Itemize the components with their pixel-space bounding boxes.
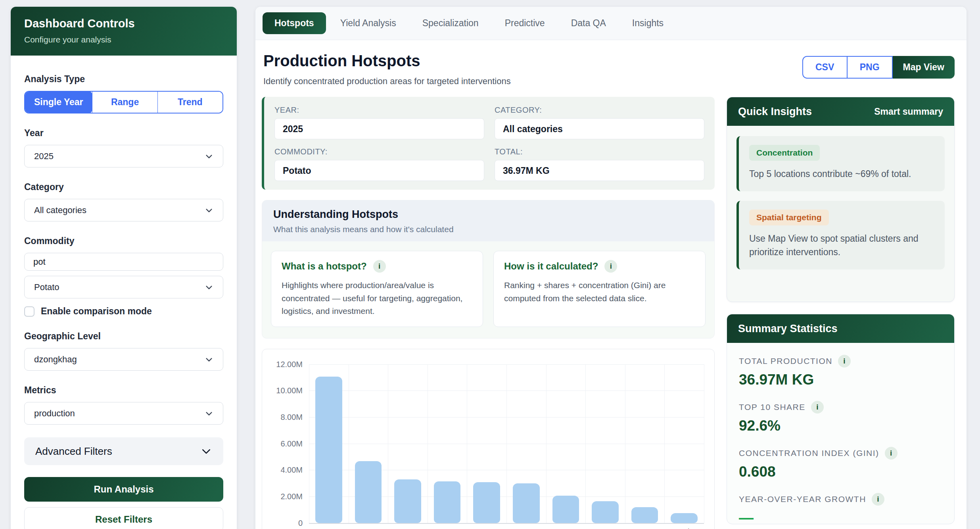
insight-tag: Concentration: [749, 145, 820, 161]
comparison-checkbox[interactable]: [24, 306, 35, 317]
export-png-button[interactable]: PNG: [848, 56, 893, 79]
metrics-select-value: production: [34, 408, 75, 419]
gridline-vertical: [585, 364, 586, 523]
info-icon[interactable]: i: [838, 355, 851, 367]
analysis-type-label: Analysis Type: [24, 74, 223, 85]
chevron-down-icon: [205, 409, 213, 418]
metrics-label: Metrics: [24, 385, 223, 396]
comparison-checkbox-label: Enable comparison mode: [41, 306, 152, 317]
tab-data-qa[interactable]: Data QA: [559, 12, 618, 34]
y-tick-label: 2.00M: [280, 492, 303, 501]
stat-label: TOTAL PRODUCTION: [739, 356, 832, 366]
info-icon[interactable]: i: [885, 447, 898, 460]
sidebar-header: Dashboard Controls Configure your analys…: [11, 7, 237, 56]
quick-insights-panel: Quick Insights Smart summary Concentrati…: [727, 97, 955, 302]
year-select[interactable]: 2025: [24, 145, 223, 167]
bar-Mongar[interactable]: [473, 482, 500, 523]
year-label: Year: [24, 128, 223, 139]
bar-Pemagatshel[interactable]: [671, 513, 698, 523]
filter-field-total: TOTAL: 36.97M KG: [495, 147, 704, 181]
sidebar-body: Analysis Type Single Year Range Trend Ye…: [11, 56, 237, 529]
filter-field-label: COMMODITY:: [274, 147, 484, 156]
summary-statistics-body: TOTAL PRODUCTION i 36.97M KG TOP 10 SHAR…: [727, 343, 954, 524]
geographic-level-select[interactable]: dzongkhag: [24, 348, 223, 371]
info-icon[interactable]: i: [872, 493, 884, 506]
filter-summary-panel: YEAR: 2025 CATEGORY: All categories COMM…: [262, 97, 715, 190]
export-csv-button[interactable]: CSV: [802, 56, 848, 79]
sidebar-title: Dashboard Controls: [24, 17, 223, 30]
quick-insights-header: Quick Insights Smart summary: [727, 97, 954, 126]
advanced-filters-toggle[interactable]: Advanced Filters: [24, 437, 223, 465]
tab-yield-analysis[interactable]: Yield Analysis: [328, 12, 408, 34]
how-calculated-card: How is it calculated? i Ranking + shares…: [493, 251, 706, 327]
tab-predictive[interactable]: Predictive: [493, 12, 557, 34]
understanding-title: Understanding Hotspots: [273, 208, 703, 221]
understanding-hotspots-section: Understanding Hotspots What this analysi…: [262, 200, 715, 339]
gridline-vertical: [349, 364, 349, 523]
stat-gini-index: CONCENTRATION INDEX (GINI) i 0.608: [739, 447, 942, 480]
bar-Thimphu[interactable]: [592, 501, 619, 523]
gridline-vertical: [388, 364, 388, 523]
analysis-type-single-year[interactable]: Single Year: [25, 91, 92, 113]
tab-insights[interactable]: Insights: [620, 12, 675, 34]
bar-Paro[interactable]: [513, 483, 540, 523]
card-body: Highlights where production/area/value i…: [282, 279, 472, 318]
export-button-group: CSV PNG Map View: [802, 56, 955, 79]
map-view-button[interactable]: Map View: [893, 56, 955, 79]
analysis-type-trend[interactable]: Trend: [157, 92, 222, 113]
tab-bar: Hotspots Yield Analysis Specialization P…: [255, 7, 967, 40]
summary-statistics-title: Summary Statistics: [738, 323, 838, 335]
gridline-vertical: [704, 364, 704, 523]
filter-field-label: CATEGORY:: [495, 106, 704, 115]
chart-x-axis: Wangdue PhodrangTashigangChhukhaBumthang…: [309, 523, 704, 529]
quick-insights-title: Quick Insights: [738, 106, 812, 118]
reset-filters-button[interactable]: Reset Filters: [24, 507, 223, 529]
summary-statistics-panel: Summary Statistics TOTAL PRODUCTION i 36…: [727, 314, 955, 524]
main-content: Production Hotspots Identify concentrate…: [255, 40, 967, 529]
gridline-vertical: [625, 364, 625, 523]
insight-spatial-targeting: Spatial targeting Use Map View to spot s…: [736, 201, 945, 269]
stat-value: 0.608: [739, 464, 942, 480]
metrics-select[interactable]: production: [24, 402, 223, 425]
analysis-type-toggle: Single Year Range Trend: [24, 91, 223, 113]
bar-Chhukha[interactable]: [394, 479, 421, 523]
info-icon[interactable]: i: [604, 260, 617, 273]
analysis-type-range[interactable]: Range: [92, 92, 157, 113]
category-label: Category: [24, 182, 223, 192]
filter-field-category: CATEGORY: All categories: [495, 106, 704, 139]
commodity-search-input[interactable]: [24, 253, 223, 271]
stat-label: YEAR-OVER-YEAR GROWTH: [739, 494, 866, 504]
sidebar-subtitle: Configure your analysis: [24, 35, 223, 44]
dashboard-controls-sidebar: Dashboard Controls Configure your analys…: [10, 6, 237, 529]
tab-specialization[interactable]: Specialization: [410, 12, 491, 34]
info-icon[interactable]: i: [811, 401, 824, 414]
bar-Tashi Yangtse[interactable]: [552, 496, 579, 523]
run-analysis-button[interactable]: Run Analysis: [24, 477, 223, 502]
stat-yoy-growth: YEAR-OVER-YEAR GROWTH i —: [739, 493, 942, 524]
summary-statistics-header: Summary Statistics: [727, 314, 954, 343]
understanding-subtitle: What this analysis means and how it's ca…: [273, 225, 703, 234]
insight-text: Use Map View to spot spatial clusters an…: [749, 232, 934, 259]
bar-Bumthang[interactable]: [434, 481, 461, 523]
gridline-vertical: [506, 364, 507, 523]
tab-hotspots[interactable]: Hotspots: [263, 12, 326, 34]
comparison-mode-row: Enable comparison mode: [24, 306, 223, 317]
y-tick-label: 6.00M: [280, 439, 303, 448]
stat-value: —: [739, 510, 942, 524]
main-panel: Hotspots Yield Analysis Specialization P…: [255, 6, 967, 529]
y-tick-label: 8.00M: [280, 412, 303, 421]
stat-label: TOP 10 SHARE: [739, 402, 805, 412]
understanding-cards: What is a hotspot? i Highlights where pr…: [262, 241, 714, 338]
chart-area: 02.00M4.00M6.00M8.00M10.00M12.00M: [272, 364, 704, 523]
info-icon[interactable]: i: [373, 260, 386, 273]
insight-concentration: Concentration Top 5 locations contribute…: [736, 136, 945, 191]
bar-Wangdue Phodrang[interactable]: [315, 377, 342, 523]
chevron-down-icon: [205, 355, 213, 364]
gridline-vertical: [467, 364, 467, 523]
bar-Tashigang[interactable]: [355, 461, 382, 523]
commodity-select[interactable]: Potato: [24, 276, 223, 298]
geographic-level-select-value: dzongkhag: [34, 354, 77, 365]
category-select[interactable]: All categories: [24, 199, 223, 221]
bar-Haa[interactable]: [631, 507, 658, 523]
card-body: Ranking + shares + concentration (Gini) …: [504, 279, 695, 305]
